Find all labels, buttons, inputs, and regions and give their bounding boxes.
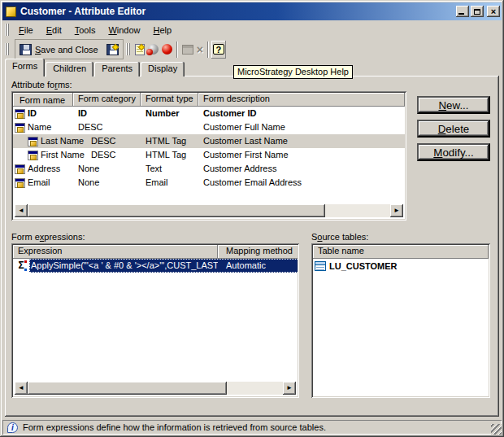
red-sphere-icon [162, 44, 172, 55]
info-icon: i [7, 422, 18, 433]
attribute-form-icon [15, 109, 25, 119]
new-sparkle-icon [137, 43, 144, 50]
tab-strip: Forms Children Parents Display [5, 60, 185, 76]
source-tables-label: Source tables: [311, 232, 368, 242]
menu-bar: File Edit Tools Window Help [2, 22, 502, 37]
title-bar[interactable]: Customer - Attribute Editor × [2, 2, 502, 20]
app-cube-icon [6, 7, 16, 17]
source-table-row[interactable]: LU_CUSTOMER [313, 259, 489, 273]
delete-x-icon: × [197, 44, 203, 55]
form-row-name[interactable]: Name DESC Customer Full Name [13, 120, 405, 134]
toolbar-grip2-icon[interactable] [126, 43, 131, 55]
expression-sigma-icon: Σ [13, 260, 29, 272]
help-icon: ? [213, 44, 224, 55]
scroll-right-icon[interactable]: ► [283, 382, 296, 395]
save-icon [20, 44, 32, 55]
help-tooltip: MicroStrategy Desktop Help [233, 65, 353, 79]
menubar-grip-icon[interactable] [5, 24, 10, 36]
column-format-type[interactable]: Format type [141, 93, 198, 107]
form-row-address[interactable]: Address None Text Customer Address [13, 162, 405, 176]
toolbar-separator [207, 42, 209, 58]
save-toolbar-band: Save and Close [15, 39, 124, 59]
expressions-horizontal-scrollbar[interactable]: ◄ ► [15, 382, 296, 395]
new-form-icon [135, 44, 145, 55]
child-relation-button[interactable] [146, 41, 160, 59]
column-form-description[interactable]: Form description [198, 93, 405, 107]
toolbar-separator [176, 42, 178, 58]
scrollbar-thumb[interactable] [28, 382, 227, 395]
column-table-name[interactable]: Table name [313, 245, 489, 259]
minimize-button[interactable] [456, 6, 469, 17]
modify-toolbar-button-disabled [180, 41, 195, 59]
expression-text: ApplySimple("'<a ' & #0 & '></a>'",CUST_… [29, 259, 218, 273]
tab-forms[interactable]: Forms [5, 59, 45, 76]
menu-tools[interactable]: Tools [68, 24, 102, 37]
column-form-name[interactable]: Form name [13, 93, 73, 107]
maximize-button[interactable] [471, 6, 484, 17]
attribute-forms-header: Form name Form category Format type Form… [13, 93, 405, 107]
source-tables-list: Table name LU_CUSTOMER [311, 243, 490, 398]
scroll-left-icon[interactable]: ◄ [15, 382, 28, 395]
minimize-icon [458, 13, 464, 15]
forms-tab-page: Attribute forms: Form name Form category… [5, 76, 499, 417]
expression-row[interactable]: Σ ApplySimple("'<a ' & #0 & '></a>'",CUS… [13, 259, 298, 273]
gray-sphere-icon [148, 44, 159, 55]
attribute-form-icon [28, 151, 38, 160]
expressions-header: Expression Mapping method [13, 245, 298, 259]
form-expressions-list: Expression Mapping method Σ ApplySimple(… [11, 243, 299, 398]
column-form-category[interactable]: Form category [73, 93, 141, 107]
attribute-editor-window: Customer - Attribute Editor × File Edit … [0, 0, 504, 437]
new-form-button[interactable] [133, 41, 146, 59]
status-bar: i Form expressions define how the inform… [2, 420, 502, 435]
attribute-forms-label: Attribute forms: [11, 80, 72, 90]
toolbar: Save and Close × ? [2, 38, 502, 60]
new-button[interactable]: New... [417, 96, 490, 114]
save-as-icon [106, 44, 119, 55]
toolbar-grip-icon[interactable] [5, 43, 10, 55]
form-expressions-label: Form expressions: [11, 232, 85, 242]
mapping-method-value: Automatic [218, 259, 298, 273]
table-icon [315, 261, 326, 271]
modify-button[interactable]: Modify... [417, 143, 490, 161]
forms-horizontal-scrollbar[interactable]: ◄ ► [15, 204, 403, 217]
menu-help[interactable]: Help [147, 24, 179, 37]
attribute-form-icon [15, 164, 25, 174]
close-button[interactable]: × [487, 6, 500, 17]
save-and-close-label: Save and Close [32, 45, 103, 55]
status-text: Form expressions define how the informat… [23, 422, 491, 432]
close-icon: × [491, 7, 496, 16]
menu-window[interactable]: Window [102, 24, 146, 37]
tab-display[interactable]: Display [141, 62, 185, 76]
form-row-id[interactable]: ID ID Number Customer ID [13, 107, 405, 120]
new-sparkle-icon [111, 43, 118, 50]
delete-toolbar-button-disabled: × [195, 41, 205, 59]
attribute-form-icon [15, 178, 25, 188]
attribute-forms-list: Form name Form category Format type Form… [11, 91, 406, 221]
menu-edit[interactable]: Edit [40, 24, 68, 37]
menu-file[interactable]: File [12, 24, 40, 37]
resize-grip[interactable] [491, 424, 502, 435]
scroll-right-icon[interactable]: ► [390, 204, 403, 217]
window-title: Customer - Attribute Editor [20, 6, 456, 17]
attribute-form-icon [28, 137, 38, 146]
column-mapping-method[interactable]: Mapping method [218, 245, 298, 259]
source-tables-header: Table name [313, 245, 489, 259]
form-row-first-name[interactable]: First Name DESC HTML Tag Customer First … [13, 148, 405, 162]
help-button[interactable]: ? [211, 41, 226, 59]
tab-parents[interactable]: Parents [94, 62, 140, 76]
attribute-form-icon [15, 123, 25, 133]
scroll-left-icon[interactable]: ◄ [15, 204, 28, 217]
form-row-last-name[interactable]: Last Name DESC HTML Tag Customer Last Na… [13, 134, 405, 148]
modify-grid-icon [182, 45, 193, 55]
column-expression[interactable]: Expression [13, 245, 218, 259]
maximize-icon [474, 9, 480, 15]
scrollbar-thumb[interactable] [28, 204, 325, 217]
parent-relation-button[interactable] [160, 41, 174, 59]
tab-children[interactable]: Children [46, 62, 93, 76]
save-as-button[interactable] [105, 41, 120, 59]
save-and-close-button[interactable]: Save and Close [18, 41, 105, 59]
form-row-email[interactable]: Email None Email Customer Email Address [13, 176, 405, 190]
delete-button[interactable]: Delete [417, 120, 490, 138]
